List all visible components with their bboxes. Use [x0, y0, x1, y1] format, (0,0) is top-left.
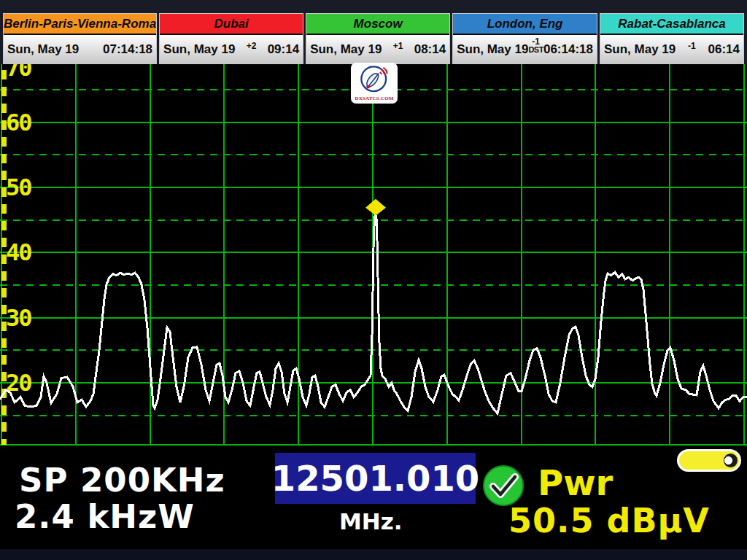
satellite-dish-icon	[357, 63, 391, 96]
utc-offset-label: -1	[688, 42, 696, 50]
time-value: 08:14	[414, 42, 446, 57]
top-strip	[0, 0, 747, 13]
date-label: Sun, May 19	[7, 42, 79, 57]
clock-panel-4: Rabat-CasablancaSun, May 19-106:14	[600, 13, 744, 64]
time-value: 06:14	[708, 42, 740, 57]
clock-time-row: Sun, May 19+108:14	[306, 35, 449, 63]
y-axis-label: 40	[6, 238, 31, 266]
time-value: 07:14:18	[103, 42, 152, 57]
span-readout: SP 200KHz	[19, 461, 225, 499]
clock-panel-0: Berlin-Paris-Vienna-RomaSun, May 1907:14…	[3, 13, 157, 64]
date-label: Sun, May 19	[310, 42, 382, 57]
battery-icon	[677, 449, 741, 472]
bottom-strip	[0, 549, 747, 560]
city-label: London, Eng	[453, 14, 597, 35]
dxsatcs-logo: DXSATCS.COM	[351, 63, 398, 104]
peak-marker-diamond	[365, 199, 386, 216]
city-label: Rabat-Casablanca	[600, 14, 743, 35]
bandwidth-readout: 2.4 kHzW	[15, 497, 195, 536]
clock-time-row: Sun, May 19+209:14	[160, 35, 303, 63]
clock-panel-1: DubaiSun, May 19+209:14	[159, 13, 303, 64]
time-value: 09:14	[268, 42, 299, 57]
power-label: Pwr	[538, 462, 613, 503]
frequency-value: 12501.010	[271, 458, 479, 499]
clock-panel-3: London, EngSun, May 19-1DST06:14:18	[452, 13, 597, 64]
date-label: Sun, May 19	[163, 42, 235, 57]
spectrum-chart: 706050403020	[0, 64, 747, 446]
battery-tip	[724, 454, 738, 467]
frequency-field[interactable]: 12501.010	[275, 453, 476, 504]
clock-time-row: Sun, May 1907:14:18	[4, 35, 156, 63]
logo-text: DXSATCS.COM	[355, 96, 393, 101]
city-label: Dubai	[160, 14, 303, 35]
utc-offset-label: +1	[393, 42, 403, 50]
clock-time-row: Sun, May 19-106:14	[600, 35, 743, 63]
city-label: Moscow	[306, 14, 449, 35]
world-clock-bar: Berlin-Paris-Vienna-RomaSun, May 1907:14…	[0, 13, 747, 64]
y-axis-label: 50	[6, 174, 31, 201]
utc-offset-label: -1DST	[528, 37, 543, 54]
clock-time-row: Sun, May 19-1DST06:14:18	[453, 35, 597, 63]
y-axis-label: 60	[6, 109, 31, 136]
meter-screen: Berlin-Paris-Vienna-RomaSun, May 1907:14…	[0, 0, 747, 560]
y-axis-label: 70	[6, 64, 31, 82]
date-label: Sun, May 19	[457, 42, 528, 57]
clock-panel-2: MoscowSun, May 19+108:14	[306, 13, 450, 64]
time-value: 06:14:18	[543, 42, 593, 57]
power-value: 50.5 dBµV	[508, 501, 710, 540]
y-axis-label: 30	[6, 304, 31, 332]
date-label: Sun, May 19	[604, 42, 676, 57]
city-label: Berlin-Paris-Vienna-Roma	[4, 14, 156, 35]
utc-offset-label: +2	[247, 42, 257, 50]
spectrum-svg: 706050403020	[0, 64, 747, 446]
frequency-unit: MHz.	[339, 508, 403, 534]
